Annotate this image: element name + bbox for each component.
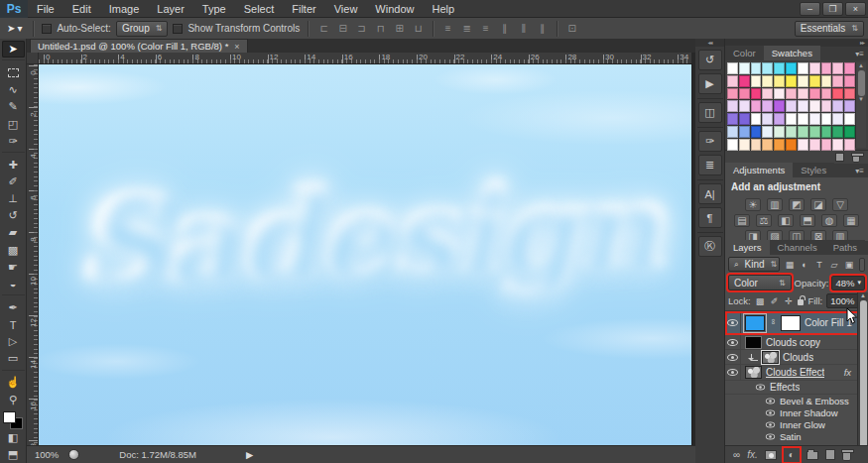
color-swatch[interactable] (727, 62, 738, 74)
eye-icon[interactable] (766, 433, 775, 439)
brush-tool[interactable]: ✐ (2, 174, 25, 190)
color-swatch[interactable] (762, 113, 773, 125)
show-transform-controls-checkbox[interactable] (173, 24, 183, 34)
color-swatch[interactable] (809, 62, 820, 74)
color-swatch[interactable] (786, 62, 797, 74)
levels-icon[interactable]: ▥ (767, 198, 783, 211)
actions-panel-icon[interactable]: ▶ (698, 73, 722, 94)
blend-mode-dropdown[interactable]: Color ⇅ (728, 275, 792, 290)
vibrance-icon[interactable]: ▽ (832, 198, 848, 211)
visibility-toggle[interactable] (725, 350, 741, 364)
color-swatch[interactable] (751, 113, 762, 125)
scroll-down-icon[interactable]: ▼ (858, 96, 864, 102)
filter-pixel-layers-icon[interactable]: ▦ (783, 258, 797, 271)
align-top-edges-icon[interactable]: ⊓ (373, 22, 388, 36)
paragraph-panel-icon[interactable]: ¶ (698, 207, 722, 228)
restore-button[interactable]: ❐ (822, 2, 843, 16)
tab-paths[interactable]: Paths (825, 240, 865, 255)
eye-icon[interactable] (756, 385, 765, 391)
crop-tool[interactable]: ◰ (2, 116, 25, 133)
effect-row[interactable]: Satin (725, 430, 868, 442)
black-white-icon[interactable]: ◧ (778, 214, 794, 227)
distribute-right-edges-icon[interactable]: ∥ (535, 22, 550, 36)
color-swatch[interactable] (774, 75, 785, 87)
zoom-tool[interactable]: ⚲ (2, 392, 25, 408)
clone-stamp-tool[interactable]: ⊥ (2, 190, 25, 207)
color-swatch[interactable] (786, 139, 797, 151)
color-swatch[interactable] (774, 88, 785, 100)
eye-icon[interactable] (766, 409, 775, 415)
group-dropdown[interactable]: Group ⇅ (116, 21, 169, 37)
color-swatch[interactable] (762, 88, 773, 100)
fill-layer-thumbnail[interactable] (745, 315, 765, 331)
color-swatch[interactable] (751, 126, 762, 138)
color-swatch[interactable] (844, 126, 855, 138)
brightness-contrast-icon[interactable]: ☀ (745, 198, 761, 211)
color-swatch[interactable] (809, 75, 820, 87)
color-swatch[interactable] (762, 75, 773, 87)
distribute-vertical-centers-icon[interactable]: ≣ (459, 22, 474, 36)
align-horizontal-centers-icon[interactable]: ⊟ (335, 22, 350, 36)
quick-mask-icon[interactable]: ◧ (2, 429, 25, 446)
color-swatch[interactable] (762, 62, 773, 74)
scroll-up-icon[interactable]: ▲ (860, 292, 866, 298)
color-swatch[interactable] (844, 113, 855, 125)
visibility-toggle[interactable] (725, 365, 741, 380)
color-swatch[interactable] (798, 113, 808, 125)
type-tool[interactable]: T (2, 316, 25, 333)
delete-layer-icon[interactable] (842, 448, 851, 462)
minimize-button[interactable]: – (800, 2, 820, 16)
distribute-top-edges-icon[interactable]: ≡ (440, 22, 455, 36)
layer-row[interactable]: Clouds (725, 350, 868, 365)
color-swatch[interactable] (832, 62, 843, 74)
color-swatch[interactable] (832, 100, 843, 112)
menu-image[interactable]: Image (100, 0, 149, 18)
new-adjustment-layer-icon[interactable]: ◐ (784, 448, 800, 462)
color-swatch[interactable] (821, 62, 832, 74)
filter-smart-objects-icon[interactable]: ▣ (842, 258, 856, 271)
smudge-tool[interactable]: ☛ (2, 259, 25, 276)
kind-filter-dropdown[interactable]: ⌕ Kind ⇅ (728, 257, 780, 272)
eye-icon[interactable] (766, 398, 775, 404)
tab-layers[interactable]: Layers (725, 240, 770, 255)
exposure-icon[interactable]: ◪ (810, 198, 826, 211)
color-swatch[interactable] (809, 139, 820, 151)
eye-icon[interactable] (766, 421, 775, 427)
color-swatch[interactable] (727, 139, 738, 151)
filter-shape-layers-icon[interactable]: ▱ (827, 258, 841, 271)
color-swatch[interactable] (751, 62, 762, 74)
history-panel-icon[interactable]: ↺ (698, 50, 722, 70)
lock-pixels-icon[interactable]: ✐ (769, 294, 780, 307)
color-swatch[interactable] (844, 100, 855, 112)
color-swatch[interactable] (762, 139, 773, 151)
distribute-left-edges-icon[interactable]: ∥ (497, 22, 512, 36)
visibility-toggle[interactable] (725, 335, 741, 349)
new-group-icon[interactable] (806, 448, 818, 462)
color-swatch[interactable] (774, 113, 785, 125)
hand-tool[interactable]: ☝ (2, 374, 25, 391)
pen-tool[interactable]: ✒ (2, 299, 25, 316)
color-swatch[interactable] (739, 62, 750, 74)
filter-adjustment-layers-icon[interactable]: ◐ (798, 258, 811, 271)
color-swatch[interactable] (786, 126, 797, 138)
align-right-edges-icon[interactable]: ⊐ (354, 22, 369, 36)
tab-channels[interactable]: Channels (770, 240, 825, 255)
color-swatch[interactable] (832, 126, 843, 138)
menu-filter[interactable]: Filter (283, 0, 324, 18)
lasso-tool[interactable]: ∿ (2, 81, 25, 98)
color-swatch[interactable] (751, 75, 762, 87)
layer-fx-badge[interactable]: fx (844, 367, 851, 378)
color-swatch[interactable] (751, 88, 762, 100)
eraser-tool[interactable]: ▰ (2, 224, 25, 241)
marquee-tool[interactable] (2, 64, 25, 81)
current-tool-indicator[interactable]: ➤ ▾ (4, 23, 25, 34)
layer-name[interactable]: Clouds Effect (766, 367, 824, 378)
color-lookup-icon[interactable]: ▦ (843, 214, 859, 227)
curves-icon[interactable]: ◩ (789, 198, 805, 211)
color-swatch[interactable] (727, 100, 738, 112)
distribute-bottom-edges-icon[interactable]: ≡ (478, 22, 493, 36)
color-swatch[interactable] (809, 126, 820, 138)
effect-row[interactable]: Inner Glow (725, 418, 868, 430)
align-bottom-edges-icon[interactable]: ⊔ (411, 22, 426, 36)
zoom-level[interactable]: 100% (35, 449, 59, 460)
